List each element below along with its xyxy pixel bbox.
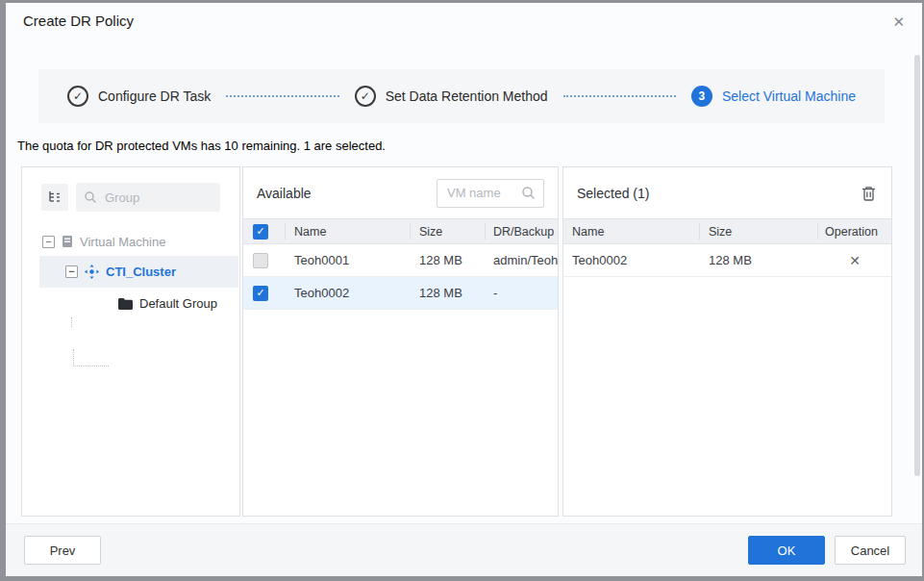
tree-node-virtual-machine[interactable]: − Virtual Machine [22, 227, 239, 256]
column-header-size: Size [411, 223, 486, 240]
vertical-scrollbar-thumb[interactable] [914, 55, 920, 476]
server-icon [62, 235, 73, 248]
remove-all-button[interactable] [860, 184, 878, 203]
tree-controls [22, 167, 239, 212]
group-tree-panel: − Virtual Machine − CTI_Cluster [21, 166, 240, 517]
close-icon[interactable]: ✕ [892, 14, 905, 29]
cluster-icon [85, 265, 99, 279]
step-label: Configure DR Task [98, 88, 211, 104]
tree-node-label: Default Group [139, 296, 217, 311]
column-header-name: Name [286, 223, 411, 240]
step-label: Select Virtual Machine [722, 88, 856, 104]
step-done-check-icon: ✓ [355, 86, 376, 107]
step-set-data-retention-method: ✓ Set Data Retention Method [355, 86, 548, 107]
step-done-check-icon: ✓ [67, 86, 88, 107]
tree-node-label: CTI_Cluster [106, 265, 176, 279]
tree-connector-line [73, 349, 109, 366]
tree-hierarchy-icon [47, 189, 62, 205]
vm-name-search-input[interactable] [445, 185, 517, 201]
column-header-dr-backup: DR/Backup ... [486, 223, 558, 240]
selected-vm-panel: Selected (1) Name Size Operation Teoh000… [562, 166, 892, 517]
cell-vm-name: Teoh0002 [563, 253, 700, 267]
search-icon [84, 190, 97, 204]
cancel-button[interactable]: Cancel [835, 536, 906, 565]
available-title: Available [257, 186, 312, 201]
selected-table-header: Name Size Operation [563, 218, 891, 244]
tree-node-label: Virtual Machine [80, 235, 165, 249]
column-header-operation: Operation [818, 223, 891, 240]
available-row-teoh0002[interactable]: ✓ Teoh0002 128 MB - [243, 277, 558, 310]
vm-name-search-box[interactable] [437, 179, 544, 208]
step-connector-line [563, 95, 676, 97]
group-search-input[interactable] [103, 189, 212, 206]
step-label: Set Data Retention Method [386, 88, 548, 104]
row-checkbox-unchecked[interactable] [253, 253, 268, 268]
step-configure-dr-task: ✓ Configure DR Task [67, 86, 211, 107]
folder-icon [118, 298, 133, 310]
ok-button[interactable]: OK [748, 536, 825, 565]
cell-vm-name: Teoh0002 [286, 286, 411, 300]
tree-node-cti-cluster[interactable]: − CTI_Cluster [22, 256, 239, 288]
available-panel-header: Available [243, 167, 558, 218]
tree-collapse-all-button[interactable] [41, 184, 68, 211]
trash-icon [862, 186, 876, 201]
tree-connector-line [71, 317, 72, 327]
row-checkbox-checked[interactable]: ✓ [253, 286, 268, 301]
dialog-footer: Prev OK Cancel [6, 523, 922, 576]
selected-row-teoh0002: Teoh0002 128 MB ✕ [563, 244, 891, 277]
cell-vm-size: 128 MB [700, 253, 818, 267]
content-panels: − Virtual Machine − CTI_Cluster [21, 166, 892, 517]
available-row-teoh0001[interactable]: Teoh0001 128 MB admin/Teoh ... [243, 244, 558, 277]
tree-node-default-group[interactable]: Default Group [22, 288, 239, 319]
cell-dr-backup: - [486, 286, 558, 300]
cell-vm-size: 128 MB [411, 253, 486, 267]
remove-row-icon[interactable]: ✕ [849, 254, 861, 267]
step-select-virtual-machine: 3 Select Virtual Machine [691, 86, 856, 107]
cell-dr-backup: admin/Teoh ... [486, 253, 558, 267]
quota-text: The quota for DR protected VMs has 10 re… [17, 139, 386, 153]
available-vm-panel: Available ✓ Name Size DR/Backup ... Teoh… [242, 166, 559, 517]
available-table-header: ✓ Name Size DR/Backup ... [243, 218, 558, 244]
selected-panel-header: Selected (1) [563, 167, 891, 218]
selected-title: Selected (1) [577, 186, 649, 201]
wizard-stepper: ✓ Configure DR Task ✓ Set Data Retention… [38, 69, 885, 123]
column-header-name: Name [563, 223, 700, 240]
create-dr-policy-dialog: Create DR Policy ✕ ✓ Configure DR Task ✓… [6, 3, 922, 576]
select-all-checkbox[interactable]: ✓ [253, 224, 268, 240]
collapse-toggle-icon[interactable]: − [65, 265, 78, 278]
cell-vm-size: 128 MB [411, 286, 486, 300]
collapse-toggle-icon[interactable]: − [42, 236, 55, 248]
group-search-box[interactable] [76, 183, 220, 212]
prev-button[interactable]: Prev [24, 536, 101, 565]
step-number-badge: 3 [691, 86, 712, 107]
dialog-title: Create DR Policy [23, 13, 134, 29]
vm-tree: − Virtual Machine − CTI_Cluster [22, 227, 239, 319]
column-header-size: Size [700, 223, 818, 240]
cell-vm-name: Teoh0001 [286, 253, 411, 267]
search-icon[interactable] [521, 186, 536, 200]
step-connector-line [226, 95, 338, 97]
